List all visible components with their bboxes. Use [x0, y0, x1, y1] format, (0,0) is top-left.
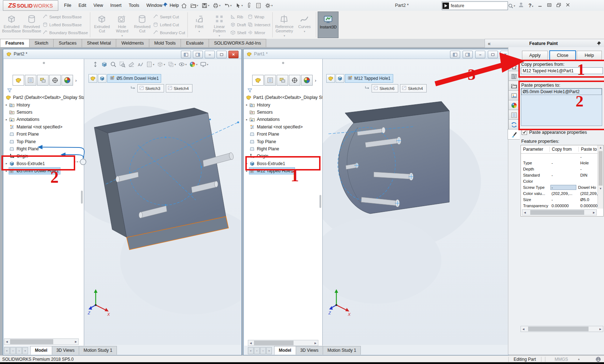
expand-arrow-icon[interactable]: ▸: [244, 169, 249, 173]
globe-icon[interactable]: [595, 356, 601, 362]
tab-solidworks-add-ins[interactable]: SOLIDWORKS Add-Ins: [209, 39, 267, 47]
zoom-fit-icon[interactable]: [92, 61, 99, 68]
ribbon-lofted-boss-base[interactable]: Lofted Boss/Base: [42, 21, 88, 29]
window-minimize-button[interactable]: –: [205, 51, 215, 58]
restore-button[interactable]: [547, 3, 552, 9]
part2-viewport[interactable]: X Z A▾▾▾▾▾▾ Ø5.0mm Dowel Hole1 Sketch3Sk…: [84, 59, 241, 345]
ribbon-fillet[interactable]: Fillet▾: [189, 12, 209, 38]
doc-tab-model[interactable]: Model: [274, 346, 296, 355]
chip-sketch3[interactable]: Sketch3: [137, 84, 164, 92]
ribbon-revolved-cut[interactable]: Revolved Cut: [132, 12, 152, 38]
menu-file[interactable]: File: [60, 0, 75, 11]
breadcrumb-part-icon[interactable]: [326, 74, 335, 83]
menu-insert[interactable]: Insert: [107, 0, 125, 11]
tree-item-history[interactable]: ▸History: [4, 101, 84, 108]
tree-item-annotations[interactable]: ▸AAnnotations: [244, 116, 322, 123]
table-horizontal-scrollbar[interactable]: ◄►: [522, 209, 597, 215]
fm-tabs-overflow[interactable]: ›: [313, 78, 316, 83]
ribbon-shell[interactable]: Shell: [230, 29, 246, 37]
tab-features[interactable]: Features: [0, 39, 29, 47]
previous-view-icon[interactable]: [101, 61, 108, 68]
units-selector[interactable]: MMGS: [545, 357, 577, 362]
zoom-area-icon[interactable]: [119, 61, 126, 68]
ribbon-reference-geometry[interactable]: Reference Geometry▾: [274, 12, 294, 38]
attach-button[interactable]: [245, 2, 253, 9]
ribbon-wrap[interactable]: Wrap: [247, 13, 270, 21]
tree-horizontal-scrollbar[interactable]: ◄►: [4, 338, 79, 345]
sheet-button[interactable]: [254, 2, 263, 9]
ribbon-linear-pattern[interactable]: Linear Pattern▾: [209, 12, 230, 38]
tab-surfaces[interactable]: Surfaces: [53, 39, 82, 47]
ribbon-boundary-cut[interactable]: Boundary Cut: [153, 29, 185, 37]
solidworks-forum-tab[interactable]: [508, 119, 520, 130]
expand-arrow-icon[interactable]: ▸: [4, 162, 9, 165]
tab-weldments[interactable]: Weldments: [116, 39, 149, 47]
tree-item-top[interactable]: Top Plane: [4, 138, 84, 145]
zoom-in-icon[interactable]: [110, 61, 117, 68]
window-close-button[interactable]: ✕: [228, 51, 239, 58]
tree-item-right[interactable]: Right Plane: [4, 145, 84, 153]
displaymanager-tab[interactable]: [301, 75, 313, 86]
tree-item-origin[interactable]: Origin: [244, 153, 322, 160]
breadcrumb-selected-feature[interactable]: M12 Tapped Hole1: [345, 74, 393, 83]
ribbon-draft[interactable]: Draft: [230, 21, 246, 29]
panel-resize-handle[interactable]: [282, 62, 284, 64]
print-button[interactable]: ▾: [212, 2, 222, 9]
tree-item-part2[interactable]: Part2 (Default<<Default>_Display Sta: [4, 94, 84, 101]
split-left-button[interactable]: [450, 51, 460, 58]
window-minimize-button[interactable]: –: [475, 51, 485, 58]
ribbon-instant3d[interactable]: Instant3D: [318, 12, 339, 38]
ribbon-extruded-cut[interactable]: Extruded Cut: [92, 12, 112, 38]
table-vertical-scrollbar[interactable]: ▲ ▼: [598, 145, 603, 209]
doc-tab-motion-study-1[interactable]: Motion Study 1: [79, 346, 117, 355]
breadcrumb-part-icon[interactable]: [88, 74, 97, 83]
featuremanager-tab[interactable]: [13, 75, 24, 86]
panel-resize-handle[interactable]: [43, 62, 45, 64]
pin-pane-icon[interactable]: [594, 41, 604, 46]
select-button[interactable]: ▾: [234, 2, 244, 9]
search-input[interactable]: [449, 3, 508, 8]
tree-item-annotations[interactable]: ▸AAnnotations: [4, 116, 84, 123]
copy-properties-field[interactable]: M12 Tapped Hole1@Part1: [521, 67, 603, 74]
ribbon-revolved-boss-base[interactable]: Revolved Boss/Base: [22, 12, 42, 38]
display-style-icon[interactable]: ▾: [168, 61, 176, 68]
split-left-button[interactable]: [181, 51, 191, 58]
solidworks-resources-tab[interactable]: [508, 61, 520, 72]
tree-item-origin[interactable]: Origin: [4, 153, 84, 160]
expand-arrow-icon[interactable]: ▸: [4, 169, 9, 173]
task-pane-header[interactable]: « Feature Paint: [485, 39, 604, 48]
ribbon-lofted-cut[interactable]: Lofted Cut: [153, 21, 185, 29]
menu-tools[interactable]: Tools: [125, 0, 143, 11]
view-palette-tab[interactable]: [508, 90, 520, 101]
tree-item-boss-extrude1[interactable]: ▸Boss-Extrude1: [4, 160, 84, 167]
chip-sketch6[interactable]: Sketch6: [372, 84, 398, 92]
chip-sketch4[interactable]: Sketch4: [166, 84, 192, 92]
dimxpertmanager-tab[interactable]: [289, 75, 300, 86]
doc-tab-3d-views[interactable]: 3D Views: [52, 346, 79, 355]
ribbon-swept-boss-base[interactable]: Swept Boss/Base: [42, 13, 88, 21]
minimize-button[interactable]: [538, 3, 542, 8]
tree-item-right[interactable]: Right Plane: [244, 145, 322, 153]
configurationmanager-tab[interactable]: [37, 75, 49, 86]
tree-scrollbar[interactable]: [319, 195, 321, 208]
view-settings-icon[interactable]: ▾: [200, 61, 208, 68]
menu-view[interactable]: View: [90, 0, 107, 11]
home-button[interactable]: [180, 2, 188, 9]
paste-target-item[interactable]: Ø5.0mm Dowel Hole1@Part2: [522, 89, 601, 95]
hide-show-items-icon[interactable]: ▾: [178, 61, 187, 68]
chip-sketch4[interactable]: Sketch4: [400, 84, 427, 92]
close-button[interactable]: [566, 3, 570, 8]
tree-item-5.0mm[interactable]: ▸Ø5.0mm Dowel Hole1: [4, 167, 84, 174]
tree-item-sensors[interactable]: Sensors: [4, 109, 84, 116]
tree-horizontal-scrollbar[interactable]: ◄►: [248, 340, 318, 346]
appearances-tab[interactable]: [508, 100, 520, 110]
ribbon-curves[interactable]: Curves▾: [294, 12, 314, 38]
expand-arrow-icon[interactable]: ▸: [4, 118, 9, 121]
paste-appearance-checkbox[interactable]: [522, 129, 527, 135]
paste-properties-list[interactable]: Ø5.0mm Dowel Hole1@Part2: [521, 88, 602, 126]
doc-tab-3d-views[interactable]: 3D Views: [296, 346, 323, 355]
ribbon-hole-wizard[interactable]: Hole Wizard▾: [112, 12, 132, 38]
ribbon-swept-cut[interactable]: Swept Cut: [153, 13, 185, 21]
tree-item-boss-extrude1[interactable]: ▸Boss-Extrude1: [244, 160, 322, 167]
tree-item-history[interactable]: ▸History: [244, 101, 322, 108]
